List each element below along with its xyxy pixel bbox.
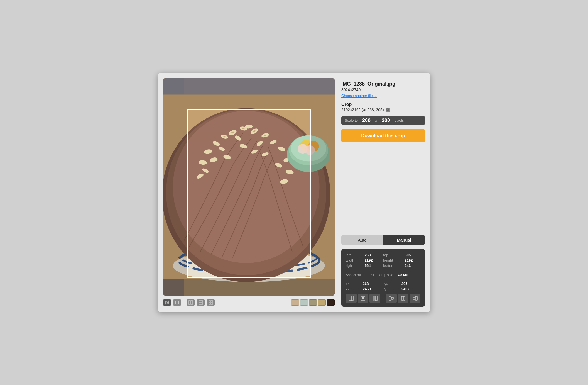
top-val: 305 xyxy=(405,253,420,257)
icon-btn-gap xyxy=(381,294,385,303)
image-toolbar xyxy=(163,298,335,307)
square-tool-icon[interactable] xyxy=(173,299,181,306)
controls-panel: IMG_1238_Original.jpg 3024x2740 Choose a… xyxy=(341,78,425,307)
color-swatches xyxy=(291,299,335,306)
svg-rect-78 xyxy=(415,296,417,300)
svg-rect-58 xyxy=(191,301,193,304)
spacer xyxy=(341,146,425,231)
scale-row: Scale to x pixels xyxy=(341,116,425,125)
y0-val: 305 xyxy=(401,282,420,286)
color-swatch-4 xyxy=(318,299,326,306)
y0-key: y₀ xyxy=(384,282,399,286)
crop-dimensions: 2192x2192 (at 268, 305) xyxy=(341,108,425,112)
color-swatch-3 xyxy=(309,299,317,306)
scale-pixels-label: pixels xyxy=(395,118,404,123)
svg-rect-76 xyxy=(403,296,405,300)
svg-rect-64 xyxy=(211,303,213,304)
svg-rect-57 xyxy=(189,301,190,304)
crop-align-left-icon-btn[interactable] xyxy=(386,294,397,303)
y1-val: 2497 xyxy=(401,287,420,291)
crop-info: Crop 2192x2192 (at 268, 305) xyxy=(341,102,425,112)
x0-val: 268 xyxy=(363,282,382,286)
color-swatch-1 xyxy=(291,299,299,306)
height-key: height xyxy=(383,258,402,262)
aspect-ratio-key: Aspect ratio xyxy=(346,273,363,277)
right-val: 564 xyxy=(365,264,380,268)
svg-rect-72 xyxy=(375,296,377,301)
scale-label: Scale to xyxy=(345,118,358,123)
crop-align-center-icon-btn[interactable] xyxy=(398,294,409,303)
file-name: IMG_1238_Original.jpg xyxy=(341,81,425,87)
image-panel xyxy=(163,78,335,307)
scale-width-input[interactable] xyxy=(359,118,373,123)
x0-key: x₀ xyxy=(346,282,360,286)
top-key: top xyxy=(383,253,402,257)
svg-rect-56 xyxy=(175,301,179,304)
stats-main-grid: left 268 top 305 width 2192 height 2192 … xyxy=(346,253,420,268)
crop-size-key: Crop size xyxy=(379,273,393,277)
svg-rect-66 xyxy=(386,109,388,111)
scale-x-separator: x xyxy=(375,118,377,123)
crop-align-right-icon-btn[interactable] xyxy=(410,294,420,303)
download-button[interactable]: Download this crop xyxy=(341,129,425,142)
bottom-val: 243 xyxy=(405,264,420,268)
y1-key: y₁ xyxy=(384,287,399,291)
crop-icon-buttons xyxy=(346,294,420,303)
svg-rect-68 xyxy=(351,296,353,301)
crop-selection[interactable] xyxy=(187,109,311,278)
crop-stats: left 268 top 305 width 2192 height 2192 … xyxy=(341,249,425,307)
color-swatch-5 xyxy=(327,299,335,306)
color-swatch-2 xyxy=(300,299,308,306)
x1-val: 2460 xyxy=(363,287,382,291)
crop-label: Crop xyxy=(341,102,425,107)
grid3-tool-icon[interactable] xyxy=(197,299,205,306)
x1-key: x₁ xyxy=(346,287,360,291)
file-info: IMG_1238_Original.jpg 3024x2740 Choose a… xyxy=(341,81,425,98)
stats-aspect-row: Aspect ratio 1 : 1 Crop size 4.8 MP xyxy=(346,273,420,277)
svg-rect-63 xyxy=(209,303,210,304)
svg-rect-60 xyxy=(199,303,203,304)
svg-rect-73 xyxy=(389,296,391,300)
svg-rect-61 xyxy=(209,301,210,302)
crop-size-val: 4.8 MP xyxy=(398,273,408,277)
stats-divider-1 xyxy=(346,271,420,271)
right-key: right xyxy=(346,264,362,268)
svg-rect-71 xyxy=(373,296,375,301)
left-key: left xyxy=(346,253,362,257)
grid4-tool-icon[interactable] xyxy=(207,299,215,306)
crop-copy-icon[interactable] xyxy=(386,108,390,112)
width-val: 2192 xyxy=(365,258,380,262)
file-dimensions: 3024x2740 xyxy=(341,87,425,92)
grid2-tool-icon[interactable] xyxy=(187,299,195,306)
crop-center-icon-btn[interactable] xyxy=(358,294,369,303)
scale-height-input[interactable] xyxy=(379,118,393,123)
image-viewport[interactable] xyxy=(163,78,335,296)
svg-rect-77 xyxy=(413,297,415,299)
toolbar-separator-1 xyxy=(184,300,184,305)
svg-rect-59 xyxy=(199,301,203,302)
svg-rect-67 xyxy=(349,296,351,301)
width-key: width xyxy=(346,258,362,262)
height-val: 2192 xyxy=(405,258,420,262)
svg-rect-74 xyxy=(391,297,393,299)
app-container: IMG_1238_Original.jpg 3024x2740 Choose a… xyxy=(158,73,430,312)
hatch-tool-icon[interactable] xyxy=(163,299,171,306)
left-val: 268 xyxy=(365,253,380,257)
crop-fit-icon-btn[interactable] xyxy=(346,294,357,303)
svg-rect-70 xyxy=(362,297,364,299)
svg-rect-65 xyxy=(387,109,389,111)
manual-mode-tab[interactable]: Manual xyxy=(383,235,425,245)
auto-mode-tab[interactable]: Auto xyxy=(341,235,383,245)
mode-tabs: Auto Manual xyxy=(341,235,425,245)
crop-expand-icon-btn[interactable] xyxy=(369,294,380,303)
bottom-key: bottom xyxy=(383,264,402,268)
coords-grid: x₀ 268 y₀ 305 x₁ 2460 y₁ 2497 xyxy=(346,282,420,291)
svg-rect-62 xyxy=(211,301,213,302)
svg-rect-75 xyxy=(401,296,403,300)
crop-summary: 2192x2192 (at 268, 305) xyxy=(341,108,384,112)
aspect-ratio-val: 1 : 1 xyxy=(368,273,374,277)
stats-divider-2 xyxy=(346,279,420,279)
choose-file-link[interactable]: Choose another file ... xyxy=(341,94,377,98)
